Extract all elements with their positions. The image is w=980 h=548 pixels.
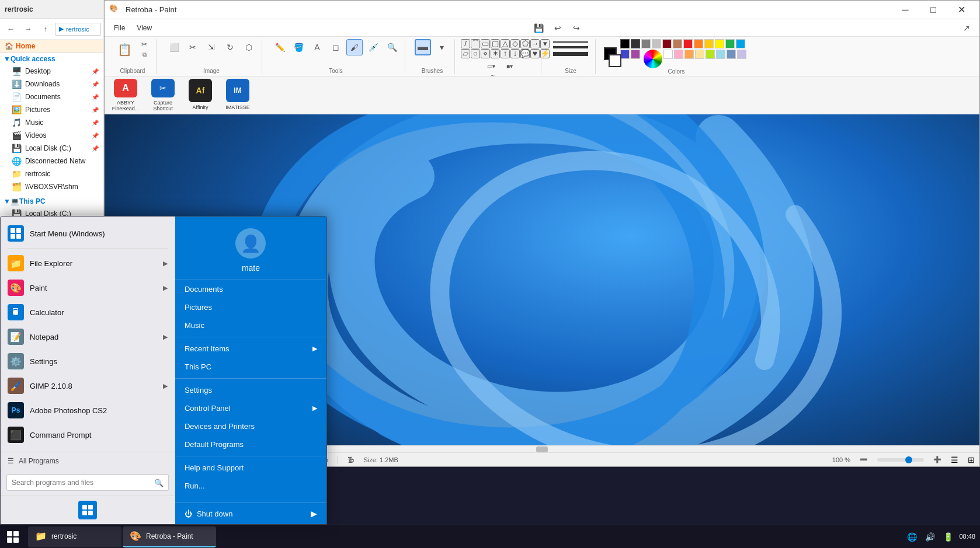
start-search-box[interactable]: 🔍 xyxy=(6,474,169,491)
start-item-7[interactable]: Ps Adobe Photoshop CS2 xyxy=(1,398,175,423)
start-item-3[interactable]: 🖩 Calculator xyxy=(1,300,175,324)
tray-sound-icon[interactable]: 🔊 xyxy=(923,530,937,544)
home-button[interactable]: 🏠 Home xyxy=(0,40,103,53)
swatch-lightgray[interactable] xyxy=(652,39,661,48)
start-item-2[interactable]: 🎨 Paint ▶ xyxy=(1,275,175,300)
start-item-0[interactable]: Start Menu (Windows) xyxy=(1,221,175,246)
view-switch-1[interactable]: ☰ xyxy=(951,455,958,465)
start-item-4[interactable]: 📝 Notepad ▶ xyxy=(1,324,175,349)
right-item-recent[interactable]: Recent Items ▶ xyxy=(175,340,326,358)
back-button[interactable]: ← xyxy=(2,21,19,37)
swatch-yellow[interactable] xyxy=(715,39,724,48)
brush-main-tool[interactable]: 🖌 xyxy=(346,39,363,55)
outline-button[interactable]: ▭▾ xyxy=(483,58,499,75)
shape-6star[interactable]: ✶ xyxy=(491,49,500,58)
swatch-green[interactable] xyxy=(725,39,735,48)
text-tool[interactable]: A xyxy=(309,39,325,55)
swatch-lavender[interactable] xyxy=(737,50,746,59)
zoom-plus-icon[interactable]: ➕ xyxy=(933,456,941,463)
zoom-slider[interactable] xyxy=(877,458,924,462)
quick-access-header[interactable]: ▼ Quick access xyxy=(0,53,103,65)
nav-item-videos[interactable]: 🎬 Videos 📌 xyxy=(0,129,103,142)
right-item-help[interactable]: Help and Support xyxy=(175,459,326,477)
swatch-purple[interactable] xyxy=(631,50,640,59)
nav-item-disconnected[interactable]: 🌐 Disconnected Netw xyxy=(0,155,103,167)
select-free-button[interactable]: ⬡ xyxy=(241,39,257,55)
swatch-darkgray[interactable] xyxy=(631,39,640,48)
right-item-control[interactable]: Control Panel ▶ xyxy=(175,399,326,417)
close-button[interactable]: ✕ xyxy=(948,1,975,19)
pinned-capture[interactable]: ✂ Capture Shortcut xyxy=(147,79,179,111)
nav-item-pictures[interactable]: 🖼️ Pictures 📌 xyxy=(0,103,103,116)
swatch-red[interactable] xyxy=(683,39,693,48)
size-medium[interactable] xyxy=(553,46,588,48)
all-programs-button[interactable]: ☰ All Programs xyxy=(1,452,175,470)
undo-button[interactable]: ↩ xyxy=(550,20,566,36)
shape-pentagon[interactable]: ⬠ xyxy=(520,39,530,48)
tray-battery-icon[interactable]: 🔋 xyxy=(941,530,955,544)
nav-item-desktop[interactable]: 🖥️ Desktop 📌 xyxy=(0,65,103,78)
fill-tool[interactable]: 🪣 xyxy=(290,39,307,55)
crop-button[interactable]: ✂ xyxy=(185,39,201,55)
start-item-8[interactable]: ⬛ Command Prompt xyxy=(1,423,175,447)
this-pc-header[interactable]: ▼ 💻 This PC xyxy=(0,196,103,207)
fill-shape-button[interactable]: ■▾ xyxy=(502,58,518,75)
shape-arrow-down[interactable]: ↓ xyxy=(510,49,520,58)
swatch-lightcyan[interactable] xyxy=(716,50,725,59)
shape-arrow-right[interactable]: → xyxy=(530,39,540,48)
magnify-tool[interactable]: 🔍 xyxy=(384,39,400,55)
bg-color-box[interactable] xyxy=(609,54,621,67)
shape-arrow-up[interactable]: ↑ xyxy=(501,49,510,58)
brush-dropdown[interactable]: ▾ xyxy=(433,39,450,55)
right-item-music[interactable]: Music xyxy=(175,316,326,334)
swatch-lightyellow[interactable] xyxy=(695,50,704,59)
forward-button[interactable]: → xyxy=(20,21,36,37)
cut-button[interactable]: ✂ xyxy=(137,40,151,49)
eraser-tool[interactable]: ◻ xyxy=(328,39,344,55)
right-item-default[interactable]: Default Programs xyxy=(175,435,326,453)
shape-parallelogram[interactable]: ▱ xyxy=(461,49,470,58)
swatch-brown[interactable] xyxy=(673,39,682,48)
brush-solid[interactable]: ▬ xyxy=(415,39,431,55)
nav-item-rertrosic[interactable]: 📁 rertrosic xyxy=(0,167,103,180)
maximize-button[interactable]: □ xyxy=(920,1,947,19)
view-switch-2[interactable]: ⊞ xyxy=(968,455,975,465)
swatch-white[interactable] xyxy=(663,50,673,59)
shutdown-button[interactable]: ⏻ Shut down ▶ xyxy=(175,503,326,524)
shape-4point[interactable]: ⋄ xyxy=(481,49,490,58)
swatch-blue[interactable] xyxy=(620,50,630,59)
scrollbar-thumb[interactable] xyxy=(536,446,548,452)
color-wheel[interactable] xyxy=(644,50,662,68)
shape-line[interactable]: / xyxy=(461,39,470,48)
nav-item-vbox[interactable]: 🗂️ \\VBOXSVR\shm xyxy=(0,180,103,193)
share-button[interactable]: ↗ xyxy=(958,20,975,36)
zoom-minus-icon[interactable]: ➖ xyxy=(860,456,868,463)
shape-roundrect[interactable]: ▢ xyxy=(491,39,500,48)
resize-button[interactable]: ⇲ xyxy=(203,39,220,55)
shape-heart[interactable]: ♥ xyxy=(530,49,540,58)
taskbar-app-1[interactable]: 🎨 Retroba - Paint xyxy=(123,526,216,547)
pinned-abbyy[interactable]: A ABBYY FineRead... xyxy=(109,79,142,111)
shape-triangle[interactable]: △ xyxy=(501,39,510,48)
right-item-run[interactable]: Run... xyxy=(175,477,326,495)
menu-view[interactable]: View xyxy=(132,22,157,34)
save-button[interactable]: 💾 xyxy=(531,20,547,36)
nav-item-localdisk[interactable]: 💾 Local Disk (C:) 📌 xyxy=(0,142,103,155)
swatch-orange[interactable] xyxy=(694,39,703,48)
shape-callout[interactable]: 💬 xyxy=(520,49,530,58)
right-item-pictures[interactable]: Pictures xyxy=(175,298,326,316)
tray-network-icon[interactable]: 🌐 xyxy=(905,530,919,544)
color-picker-tool[interactable]: 💉 xyxy=(365,39,381,55)
start-item-6[interactable]: 🖌️ GIMP 2.10.8 ▶ xyxy=(1,374,175,398)
shape-rect[interactable]: ▭ xyxy=(481,39,490,48)
search-icon[interactable]: 🔍 xyxy=(154,479,164,487)
swatch-lime[interactable] xyxy=(706,50,715,59)
address-bar[interactable]: ▶ rertrosic xyxy=(55,23,101,36)
swatch-gold[interactable] xyxy=(704,39,714,48)
tray-clock[interactable]: 08:48 xyxy=(959,532,975,540)
swatch-pink[interactable] xyxy=(674,50,683,59)
swatch-gray[interactable] xyxy=(641,39,651,48)
paste-button[interactable]: 📋 xyxy=(114,39,135,60)
start-button[interactable] xyxy=(0,525,26,549)
swatch-darkred[interactable] xyxy=(662,39,672,48)
